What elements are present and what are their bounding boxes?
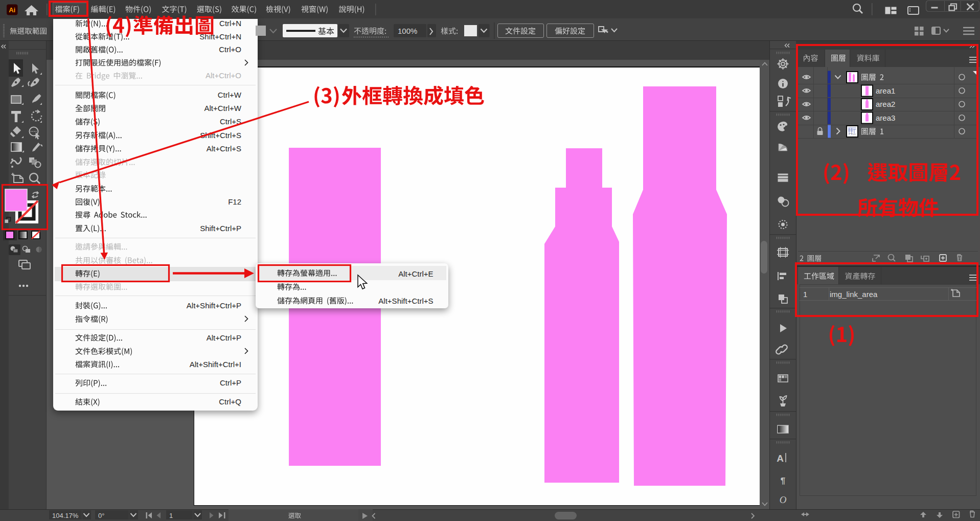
svg-text:O: O — [780, 494, 787, 505]
svg-text:¶: ¶ — [781, 476, 785, 486]
svg-text:100%: 100% — [398, 27, 417, 35]
svg-text:A: A — [777, 453, 784, 464]
svg-text:Ai: Ai — [9, 6, 15, 14]
